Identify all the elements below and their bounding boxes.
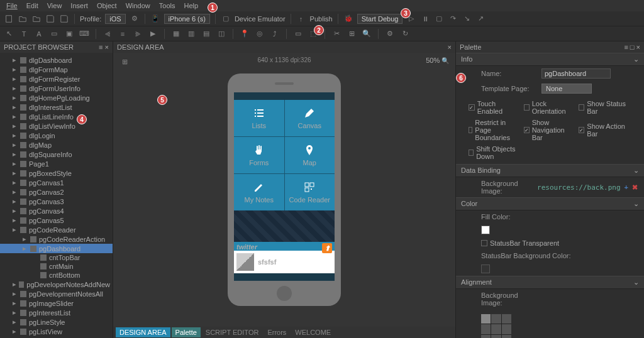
tree-item-dlgInterestList[interactable]: ▸dlgInterestList (0, 102, 113, 112)
tree-item-dlgFormMap[interactable]: ▸dlgFormMap (0, 65, 113, 74)
tree-item-pgInterestList[interactable]: ▸pgInterestList (0, 308, 113, 317)
palette-controls[interactable]: ≡ □ × (624, 43, 640, 51)
canvas-zoom[interactable]: 50% 🔍 (426, 57, 449, 64)
tree-item-pgCanvas5[interactable]: ▸pgCanvas5 (0, 215, 113, 225)
tree-item-pgCodeReader[interactable]: ▸pgCodeReader (0, 225, 113, 234)
pause-icon[interactable]: ⏸ (420, 14, 430, 24)
layout1-icon[interactable]: ▦ (171, 29, 181, 39)
tree-item-dlgLogin[interactable]: ▸dlgLogin (0, 131, 113, 140)
content-card[interactable]: sfsfsf (234, 251, 335, 273)
project-tree[interactable]: ▸dlgDashboard▸dlgFormMap▸dlgFormRegister… (0, 53, 113, 338)
check-show-status-bar[interactable]: Show Status Bar (579, 100, 631, 115)
new-icon[interactable] (4, 14, 14, 24)
publish-button[interactable]: Publish (310, 15, 333, 23)
collapse-icon[interactable]: ⌄ (633, 166, 639, 175)
section-data[interactable]: Data Binding (461, 166, 501, 175)
layout4-icon[interactable]: ◫ (216, 29, 226, 39)
profile-select[interactable]: iOS (105, 14, 125, 24)
tree-item-pgLineStyle[interactable]: ▸pgLineStyle (0, 317, 113, 327)
stop-icon[interactable]: ▢ (434, 14, 444, 24)
alignr-icon[interactable]: ⫸ (133, 29, 143, 39)
tree-item-pgDashboard[interactable]: ▸pgDashboard (0, 244, 113, 253)
menu-view[interactable]: View (43, 1, 66, 11)
stepover-icon[interactable]: ↷ (448, 14, 458, 24)
stepout-icon[interactable]: ↗ (475, 14, 486, 24)
layout3-icon[interactable]: ▤ (201, 29, 211, 39)
menu-help[interactable]: Help (180, 1, 202, 11)
input-icon[interactable]: ⌨ (79, 29, 89, 39)
tree-item-Page1[interactable]: ▸Page1 (0, 159, 113, 168)
grid-icon[interactable]: ⊞ (347, 29, 357, 39)
tile-code-reader[interactable]: Code Reader (285, 174, 335, 210)
tab-script-editor[interactable]: SCRIPT EDITOR (202, 327, 263, 337)
remove-button[interactable]: ✖ (632, 183, 638, 192)
play-icon[interactable]: ▶ (148, 29, 158, 39)
label-icon[interactable]: A (34, 29, 44, 39)
tab-errors[interactable]: Errors (264, 327, 290, 337)
tree-item-dlgFormRegister[interactable]: ▸dlgFormRegister (0, 74, 113, 84)
tree-item-dlgDashboard[interactable]: ▸dlgDashboard (0, 55, 113, 65)
check-lock-orientation[interactable]: Lock Orientation (524, 100, 577, 115)
collapse-icon[interactable]: ⌄ (633, 278, 639, 286)
tile-lists[interactable]: Lists (234, 100, 284, 136)
saveall-icon[interactable] (59, 14, 69, 24)
tree-item-pgCanvas2[interactable]: ▸pgCanvas2 (0, 187, 113, 197)
tree-item-pgBoxedStyle[interactable]: ▸pgBoxedStyle (0, 168, 113, 178)
tree-item-dlgSquareInfo[interactable]: ▸dlgSquareInfo (0, 150, 113, 159)
fill-swatch[interactable] (481, 226, 490, 234)
tree-item-dlgFormUserInfo[interactable]: ▸dlgFormUserInfo (0, 84, 113, 93)
zoom-icon[interactable]: 🔍 (362, 29, 372, 39)
button-icon[interactable]: ▭ (49, 29, 59, 39)
device-select[interactable]: iPhone 6 (s) (164, 14, 210, 24)
collapse-icon[interactable]: ⌄ (633, 55, 639, 63)
section-align[interactable]: Alignment (461, 278, 492, 286)
statusbar-swatch[interactable] (481, 264, 490, 273)
menu-edit[interactable]: Edit (23, 1, 42, 11)
canvas-device-icon[interactable]: ⊞ (119, 57, 130, 67)
tree-item-dlgListLineInfo[interactable]: ▸dlgListLineInfo (0, 112, 113, 121)
tree-item-pgDeveloperNotesAddNew[interactable]: ▸pgDeveloperNotesAddNew (0, 280, 113, 289)
tree-item-pgDevelopmentNotesAll[interactable]: ▸pgDevelopmentNotesAll (0, 289, 113, 298)
pin-icon[interactable]: 📍 (240, 29, 250, 39)
tree-item-cntMain[interactable]: cntMain (0, 262, 113, 271)
alignl-icon[interactable]: ⫷ (103, 29, 113, 39)
tree-item-dlgListViewInfo[interactable]: ▸dlgListViewInfo (0, 121, 113, 131)
section-info[interactable]: Info (461, 55, 472, 63)
stepin-icon[interactable]: ↘ (462, 14, 472, 24)
tile-canvas[interactable]: Canvas (285, 100, 335, 136)
alignc-icon[interactable]: ≡ (118, 29, 128, 39)
save-icon[interactable] (45, 14, 55, 24)
tree-item-pgCanvas3[interactable]: ▸pgCanvas3 (0, 197, 113, 206)
target-icon[interactable]: ◎ (255, 29, 265, 39)
section-color[interactable]: Color (461, 200, 477, 208)
tile-my-notes[interactable]: My Notes (234, 174, 284, 210)
menu-file[interactable]: File (3, 1, 21, 11)
check-shift-objects-down[interactable]: Shift Objects Down (469, 145, 521, 160)
image-icon[interactable]: ▣ (64, 29, 74, 39)
text-icon[interactable]: T (19, 29, 29, 39)
settings-icon[interactable]: ⚙ (385, 29, 395, 39)
tab-design-area[interactable]: DESIGN AREA (116, 327, 170, 337)
menu-insert[interactable]: Insert (67, 1, 92, 11)
tree-item-pgCodeReaderAction[interactable]: ▸pgCodeReaderAction (0, 234, 113, 244)
collapse-icon[interactable]: ⌄ (633, 200, 639, 208)
check-show-action-bar[interactable]: Show Action Bar (579, 119, 631, 141)
folder-icon[interactable] (31, 14, 42, 24)
check-restrict-in-page-boundaries[interactable]: Restrict in Page Boundaries (469, 119, 521, 141)
tree-item-cntBottom[interactable]: cntBottom (0, 271, 113, 280)
phone-screen[interactable]: ListsCanvasFormsMapMy NotesCode Reader t… (234, 92, 335, 281)
alignment-grid[interactable] (481, 314, 511, 338)
menu-tools[interactable]: Tools (155, 1, 179, 11)
gear-icon[interactable]: ⚙ (130, 14, 140, 24)
open-icon[interactable] (18, 14, 28, 24)
menu-object[interactable]: Object (93, 1, 121, 11)
name-input[interactable] (541, 68, 611, 79)
tab-welcome[interactable]: WELCOME (291, 327, 335, 337)
emulator-button[interactable]: Device Emulator (235, 15, 286, 23)
cursor-icon[interactable]: ↖ (4, 29, 14, 39)
tree-item-pgCanvas1[interactable]: ▸pgCanvas1 (0, 178, 113, 187)
panel-controls[interactable]: ≡ × (99, 43, 109, 51)
debug-button[interactable]: Start Debug (357, 14, 403, 24)
tree-item-pgCanvas4[interactable]: ▸pgCanvas4 (0, 206, 113, 215)
tree-item-pgListView[interactable]: ▸pgListView (0, 327, 113, 336)
